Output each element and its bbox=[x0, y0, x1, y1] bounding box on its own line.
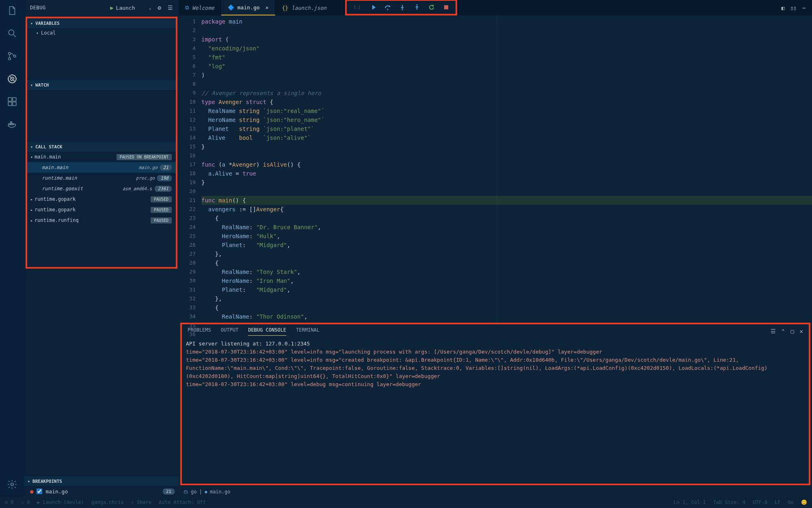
debug-icon[interactable] bbox=[6, 73, 18, 85]
close-icon[interactable]: × bbox=[266, 4, 269, 11]
panel-up-icon[interactable]: ⌃ bbox=[782, 328, 785, 334]
callstack-thread[interactable]: main.mainPAUSED ON BREAKPOINT bbox=[27, 152, 176, 162]
watch-header[interactable]: WATCH bbox=[27, 80, 176, 90]
compare-icon[interactable]: ◧ bbox=[782, 5, 785, 11]
status-item[interactable]: ganga.chris bbox=[91, 499, 123, 505]
code-line[interactable]: HeroName: "Iron Man", bbox=[201, 276, 812, 285]
status-item[interactable]: ⚠ 0 bbox=[21, 499, 30, 505]
explorer-icon[interactable] bbox=[6, 5, 18, 16]
code-line[interactable]: { bbox=[201, 214, 812, 223]
code-line[interactable]: "log" bbox=[201, 62, 812, 71]
code-line[interactable]: "fmt" bbox=[201, 53, 812, 62]
code-line[interactable]: HeroName: "Thor", bbox=[201, 321, 812, 322]
code-line[interactable]: } bbox=[201, 142, 812, 151]
code-line[interactable]: avengers := []Avenger{ bbox=[201, 205, 812, 214]
status-item[interactable]: Tab Size: 4 bbox=[713, 499, 745, 505]
code-line[interactable]: ) bbox=[201, 71, 812, 80]
code-area[interactable]: package mainimport ( "encoding/json" "fm… bbox=[201, 15, 812, 322]
code-line[interactable] bbox=[201, 151, 812, 160]
breakpoints-header[interactable]: BREAKPOINTS bbox=[24, 476, 179, 486]
code-line[interactable]: RealName string `json:"real_name"` bbox=[201, 106, 812, 115]
goroutine[interactable]: runtime.goparkPAUSED bbox=[27, 194, 176, 204]
more-icon[interactable]: ⋯ bbox=[802, 5, 806, 11]
docker-icon[interactable] bbox=[6, 119, 18, 130]
debug-console[interactable]: API server listening at: 127.0.0.1:2345t… bbox=[182, 338, 809, 484]
code-line[interactable] bbox=[201, 187, 812, 196]
code-line[interactable]: ●▶func main() { bbox=[201, 196, 812, 205]
callstack-header[interactable]: CALL STACK bbox=[27, 142, 176, 152]
code-line[interactable]: RealName: "Thor Odinson", bbox=[201, 312, 812, 321]
local-scope[interactable]: Local bbox=[27, 28, 176, 38]
config-gear-icon[interactable]: ⚙ bbox=[158, 4, 161, 11]
goroutine[interactable]: runtime.goparkPAUSED bbox=[27, 204, 176, 215]
code-line[interactable]: import ( bbox=[201, 35, 812, 44]
status-item[interactable]: Auto Attach: Off bbox=[159, 499, 206, 505]
variables-header[interactable]: VARIABLES bbox=[27, 18, 176, 28]
step-out-icon[interactable] bbox=[413, 4, 421, 11]
status-item[interactable]: 😊 bbox=[801, 499, 807, 505]
code-line[interactable]: type Avenger struct { bbox=[201, 98, 812, 106]
panel-tab-problems[interactable]: PROBLEMS bbox=[188, 327, 211, 335]
tab-launch-json[interactable]: {}launch.json bbox=[275, 0, 333, 15]
stop-icon[interactable] bbox=[443, 4, 450, 11]
code-line[interactable] bbox=[201, 80, 812, 89]
panel-tab-output[interactable]: OUTPUT bbox=[221, 327, 238, 335]
code-line[interactable]: Alive bool `json:"alive"` bbox=[201, 133, 812, 142]
code-line[interactable]: }, bbox=[201, 250, 812, 258]
config-caret-icon[interactable]: ⌄ bbox=[149, 6, 151, 10]
step-over-icon[interactable] bbox=[384, 4, 391, 11]
git-icon[interactable] bbox=[6, 50, 18, 62]
debug-overflow-icon[interactable]: ☰ bbox=[168, 4, 173, 11]
status-item[interactable]: ⊘ 0 bbox=[5, 499, 14, 505]
panel-close-icon[interactable]: ✕ bbox=[800, 328, 803, 334]
bp-checkbox[interactable] bbox=[37, 488, 42, 494]
launch-config[interactable]: Launch bbox=[116, 5, 135, 11]
tab-welcome[interactable]: ⧉Welcome bbox=[179, 0, 221, 15]
code-line[interactable]: RealName: "Tony Stark", bbox=[201, 267, 812, 276]
code-line[interactable]: { bbox=[201, 303, 812, 312]
code-line[interactable]: RealName: "Dr. Bruce Banner", bbox=[201, 223, 812, 232]
code-line[interactable]: HeroName: "Hulk", bbox=[201, 232, 812, 241]
stack-frame[interactable]: runtime.mainproc.go198 bbox=[27, 173, 176, 183]
settings-gear-icon[interactable] bbox=[6, 479, 18, 490]
status-item[interactable]: Ln 1, Col 1 bbox=[674, 499, 706, 505]
code-line[interactable]: Planet: "Midgard", bbox=[201, 241, 812, 250]
panel-tab-debug-console[interactable]: DEBUG CONSOLE bbox=[248, 327, 286, 336]
line-gutter[interactable]: 1234567891011121314151617181920212223242… bbox=[179, 15, 201, 322]
code-line[interactable]: { bbox=[201, 258, 812, 267]
start-debug-icon[interactable]: ▶ bbox=[110, 4, 113, 11]
status-item[interactable]: LF bbox=[775, 499, 780, 505]
status-item[interactable]: Go bbox=[788, 499, 794, 505]
toolbar-grip-icon[interactable]: ⋮⋮ bbox=[352, 5, 362, 10]
code-line[interactable]: Planet: "Midgard", bbox=[201, 285, 812, 294]
stack-frame[interactable]: runtime.goexitasm_amd64.s2361 bbox=[27, 183, 176, 194]
code-line[interactable]: "encoding/json" bbox=[201, 44, 812, 53]
extensions-icon[interactable] bbox=[6, 96, 18, 107]
split-editor-icon[interactable]: ▯▯ bbox=[790, 5, 797, 11]
code-line[interactable]: }, bbox=[201, 294, 812, 303]
panel-maximize-icon[interactable]: ▢ bbox=[790, 328, 794, 334]
status-item[interactable]: UTF-8 bbox=[753, 499, 767, 505]
code-line[interactable]: HeroName string `json:"hero_name"` bbox=[201, 115, 812, 124]
code-line[interactable]: // Avenger represents a single hero bbox=[201, 89, 812, 98]
code-line[interactable] bbox=[201, 26, 812, 35]
step-into-icon[interactable] bbox=[399, 4, 406, 11]
crumb-file[interactable]: main.go bbox=[210, 489, 231, 495]
code-line[interactable]: a.Alive = true bbox=[201, 169, 812, 178]
restart-icon[interactable] bbox=[428, 4, 435, 11]
code-line[interactable]: Planet string `json:"planet"` bbox=[201, 124, 812, 133]
search-icon[interactable] bbox=[6, 28, 18, 39]
crumb-folder[interactable]: go bbox=[191, 489, 197, 495]
panel-tab-terminal[interactable]: TERMINAL bbox=[296, 327, 320, 335]
panel-filter-icon[interactable]: ☰ bbox=[771, 328, 776, 334]
status-item[interactable]: ▶ Launch (devle) bbox=[37, 499, 84, 505]
tab-main-go[interactable]: 🔷main.go× bbox=[221, 0, 276, 15]
code-line[interactable]: package main bbox=[201, 17, 812, 26]
stack-frame[interactable]: main.mainmain.go21 bbox=[27, 162, 176, 173]
breakpoint-row[interactable]: ●main.go21 bbox=[24, 486, 179, 497]
code-line[interactable]: func (a *Avenger) isAlive() { bbox=[201, 160, 812, 169]
continue-icon[interactable] bbox=[369, 4, 377, 11]
status-item[interactable]: ↗ Share bbox=[131, 499, 151, 505]
goroutine[interactable]: runtime.runfinqPAUSED bbox=[27, 215, 176, 226]
code-line[interactable]: } bbox=[201, 178, 812, 187]
